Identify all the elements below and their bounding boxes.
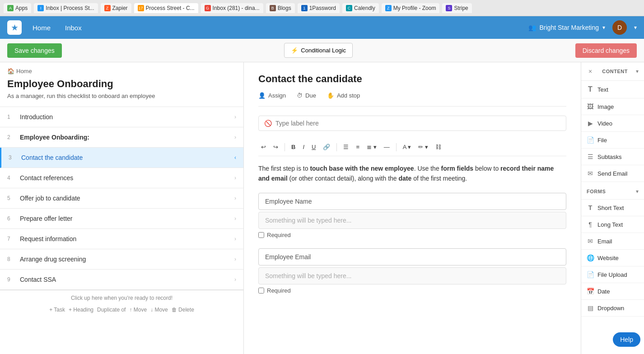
move-up-button[interactable]: ↑ Move xyxy=(129,307,147,313)
text-color-button[interactable]: A ▾ xyxy=(400,142,414,152)
task-num-5: 5 xyxy=(7,195,14,201)
rte-sep-1 xyxy=(285,143,285,151)
gmail-favicon: G xyxy=(205,5,211,11)
user-avatar[interactable]: D xyxy=(612,20,627,35)
italic-button[interactable]: I xyxy=(300,142,307,152)
save-changes-button[interactable]: Save changes xyxy=(7,43,62,58)
task-item-5[interactable]: 5 Offer job to candidate › xyxy=(0,188,243,209)
employee-name-required-checkbox[interactable] xyxy=(258,232,264,238)
highlight-button[interactable]: ✏ ▾ xyxy=(415,142,431,152)
date-icon: 📅 xyxy=(587,288,594,295)
hr-button[interactable]: — xyxy=(381,142,392,152)
zapier-favicon: Z xyxy=(104,5,111,11)
tab-inbox-g[interactable]: G Inbox (281) - dina... xyxy=(201,3,263,13)
panel-item-file-upload[interactable]: 📄 File Upload xyxy=(581,266,644,283)
discard-changes-button[interactable]: Discard changes xyxy=(575,43,637,58)
inbox-ps-favicon: I xyxy=(37,5,44,11)
task-item-8[interactable]: 8 Arrange drug screening › xyxy=(0,249,243,270)
tab-blogs[interactable]: B Blogs xyxy=(266,3,295,13)
task-num-4: 4 xyxy=(7,175,14,181)
assign-icon: 👤 xyxy=(258,92,266,99)
due-button[interactable]: ⏱ Due xyxy=(297,92,316,99)
assign-button[interactable]: 👤 Assign xyxy=(258,92,286,99)
panel-item-date[interactable]: 📅 Date xyxy=(581,283,644,300)
panel-item-file[interactable]: 📄 File xyxy=(581,132,644,149)
breadcrumb[interactable]: 🏠 Home xyxy=(0,62,243,76)
add-task-button[interactable]: + Task xyxy=(49,307,65,313)
move-down-button[interactable]: ↓ Move xyxy=(150,307,168,313)
redo-button[interactable]: ↪ xyxy=(271,142,281,152)
task-chevron-9: › xyxy=(234,276,236,283)
task-item-2[interactable]: 2 Employee Onboarding: › xyxy=(0,127,243,148)
task-chevron-5: › xyxy=(234,195,236,201)
link-button[interactable]: 🔗 xyxy=(320,142,333,152)
conditional-logic-icon: ⚡ xyxy=(291,47,298,54)
tab-apps[interactable]: A Apps xyxy=(4,3,31,13)
panel-item-video[interactable]: ▶ Video xyxy=(581,115,644,132)
task-item-7[interactable]: 7 Request information › xyxy=(0,229,243,249)
panel-item-subtasks[interactable]: ☰ Subtasks xyxy=(581,149,644,165)
panel-item-send-email[interactable]: ✉ Send Email xyxy=(581,165,644,182)
content-section-header: × CONTENT ▾ xyxy=(581,62,644,81)
conditional-logic-button[interactable]: ⚡ Conditional Logic xyxy=(284,43,353,58)
task-item-9[interactable]: 9 Contact SSA › xyxy=(0,270,243,290)
main-layout: 🏠 Home Employee Onboarding As a manager,… xyxy=(0,62,644,354)
panel-item-short-text[interactable]: T Short Text xyxy=(581,200,644,216)
stop-icon: ✋ xyxy=(327,92,334,99)
help-button[interactable]: Help xyxy=(613,332,640,347)
task-item-4[interactable]: 4 Contact references › xyxy=(0,168,243,188)
subtasks-icon: ☰ xyxy=(587,153,594,160)
panel-item-website[interactable]: 🌐 Website xyxy=(581,250,644,266)
forms-section-chevron: ▾ xyxy=(636,188,639,195)
task-chevron-1: › xyxy=(234,114,236,120)
employee-email-label[interactable]: Employee Email xyxy=(258,248,566,266)
panel-close-button[interactable]: × xyxy=(587,67,594,76)
add-heading-button[interactable]: + Heading xyxy=(69,307,93,313)
underline-button[interactable]: U xyxy=(309,142,318,152)
nav-org[interactable]: 👥 Bright Star Marketing ▾ xyxy=(528,24,606,31)
tab-1password[interactable]: 1 1Password xyxy=(298,3,340,13)
task-num-2: 2 xyxy=(7,134,14,140)
ul-button[interactable]: ☰ xyxy=(341,142,351,152)
website-icon: 🌐 xyxy=(587,254,594,261)
task-name-1: Introduction xyxy=(20,113,229,121)
tab-inbox-ps[interactable]: I Inbox | Process St... xyxy=(34,3,98,13)
hide-icon[interactable]: 🚫 xyxy=(264,120,272,127)
align-button[interactable]: ≣ ▾ xyxy=(364,142,379,152)
task-item-3[interactable]: 3 Contact the candidate ‹ xyxy=(0,148,243,168)
employee-name-label[interactable]: Employee Name xyxy=(258,193,566,210)
add-stop-button[interactable]: ✋ Add stop xyxy=(327,92,360,99)
nav-home[interactable]: Home xyxy=(29,22,54,33)
employee-name-required: Required xyxy=(258,229,566,241)
employee-email-required-checkbox[interactable] xyxy=(258,288,264,293)
bold-button[interactable]: B xyxy=(289,142,298,152)
tab-zapier[interactable]: Z Zapier xyxy=(101,3,131,13)
panel-item-dropdown[interactable]: ▤ Dropdown xyxy=(581,300,644,317)
zoom-favicon: Z xyxy=(385,5,392,11)
app-logo[interactable]: ★ xyxy=(7,20,22,35)
tab-calendly[interactable]: C Calendly xyxy=(342,3,379,13)
duplicate-button[interactable]: Duplicate of xyxy=(97,307,126,313)
clear-format-button[interactable]: ⛓ xyxy=(433,142,444,152)
panel-item-long-text[interactable]: ¶ Long Text xyxy=(581,216,644,233)
task-item-1[interactable]: 1 Introduction › xyxy=(0,107,243,127)
tab-zoom[interactable]: Z My Profile - Zoom xyxy=(382,3,440,13)
tab-process-street[interactable]: 17 Process Street - C... xyxy=(134,3,198,13)
1pw-favicon: 1 xyxy=(301,5,308,11)
org-chevron-icon: ▾ xyxy=(602,24,605,31)
forms-section-header: FORMS ▾ xyxy=(581,184,644,200)
task-name-3: Contact the candidate xyxy=(21,154,229,161)
text-icon: T xyxy=(587,85,594,93)
delete-button[interactable]: 🗑 Delete xyxy=(172,307,194,313)
task-meta: 👤 Assign ⏱ Due ✋ Add stop xyxy=(258,92,566,107)
panel-item-text[interactable]: T Text xyxy=(581,81,644,98)
panel-item-image[interactable]: 🖼 Image xyxy=(581,98,644,115)
undo-button[interactable]: ↩ xyxy=(258,142,269,152)
task-item-6[interactable]: 6 Prepare offer letter › xyxy=(0,209,243,229)
nav-inbox[interactable]: Inbox xyxy=(61,22,85,33)
tab-stripe[interactable]: S Stripe xyxy=(442,3,471,13)
panel-item-email[interactable]: ✉ Email xyxy=(581,233,644,250)
ol-button[interactable]: ≡ xyxy=(353,142,362,152)
task-body-text: The first step is to touch base with the… xyxy=(258,163,566,184)
label-input[interactable] xyxy=(275,120,560,127)
